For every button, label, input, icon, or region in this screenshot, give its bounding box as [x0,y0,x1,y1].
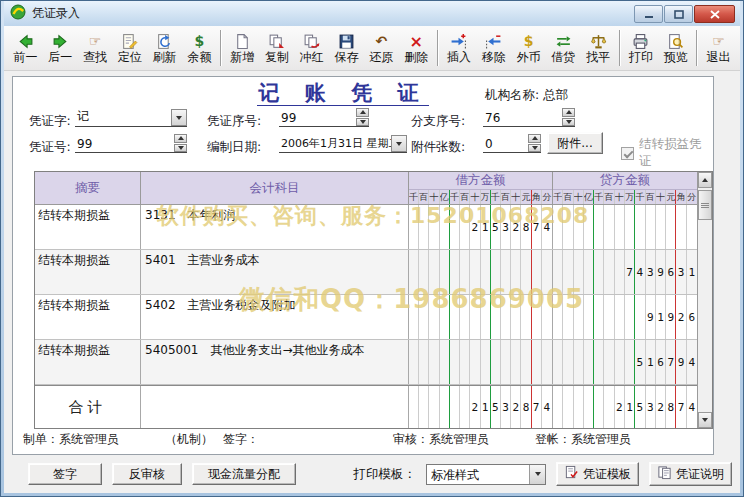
print-template-combo[interactable]: 标准样式 [426,464,546,485]
cell-account[interactable]: 5405001其他业务支出→其他业务成本 [141,340,409,384]
voucher-no-spinner[interactable] [174,134,187,152]
amount-digit-cell [625,205,635,249]
total-credit-amount: 21532874 [553,386,697,428]
digit-column-label: 千 [491,190,501,204]
cell-credit[interactable] [553,205,697,249]
branch-seq-field[interactable]: 76 [483,107,575,127]
toolbar-balance-button[interactable]: $余额 [182,28,217,69]
scroll-up-button[interactable] [698,172,712,188]
table-vscrollbar[interactable] [697,172,712,428]
toolbar-restore-button[interactable]: ↶还原 [364,28,399,69]
cell-summary[interactable]: 结转本期损益 [35,340,141,384]
toolbar-refresh-button[interactable]: 刷新 [147,28,182,69]
toolbar-find-button[interactable]: ☞查找 [78,28,113,69]
attachments-field[interactable]: 0 [483,133,541,153]
maximize-button[interactable] [664,5,693,23]
cell-credit[interactable]: 7439631 [553,250,697,294]
level-icon [590,32,607,50]
toolbar-currency-button[interactable]: $外币 [511,28,546,69]
toolbar-save-button[interactable]: 保存 [329,28,364,69]
cell-credit[interactable]: 516794 [553,340,697,384]
cell-account[interactable]: 5401主营业务成本 [141,250,409,294]
cell-debit[interactable] [409,250,553,294]
amount-digit-cell [574,340,584,384]
digit-column-label: 亿 [440,190,450,204]
cell-account[interactable]: 5402主营业务税金及附加 [141,295,409,339]
cell-summary[interactable]: 结转本期损益 [35,205,141,249]
scroll-down-button[interactable] [698,412,712,428]
new-icon [234,32,251,50]
toolbar-preview-button[interactable]: 预览 [658,28,693,69]
toolbar-next-button[interactable]: 后一 [43,28,78,69]
digit-column-label: 十 [511,190,521,204]
amount-digit-cell [419,205,429,249]
amount-digit-cell [574,250,584,294]
voucher-word-value: 记 [75,108,171,126]
chevron-down-icon[interactable] [529,465,545,484]
preview-icon [667,32,684,50]
toolbar-reverse-button[interactable]: 冲红 [294,28,329,69]
amount-digit-cell [460,295,470,339]
org-name: 机构名称: 总部 [485,87,568,104]
toolbar-locate-button[interactable]: 定位 [112,28,147,69]
exit-icon: ☞ [712,32,725,50]
cell-summary[interactable]: 结转本期损益 [35,295,141,339]
copy-icon [268,32,285,50]
amount-digit-cell [501,250,511,294]
scroll-track[interactable] [698,188,712,412]
toolbar-level-button[interactable]: 找平 [581,28,616,69]
amount-digit-cell [553,386,563,428]
toolbar-delete-button[interactable]: ×删除 [399,28,434,69]
toolbar-debit-credit-button[interactable]: 借贷 [546,28,581,69]
chevron-down-icon[interactable] [171,109,187,126]
app-icon [10,4,26,24]
amount-digit-cell [532,250,542,294]
voucher-seq-field[interactable]: 99 [279,107,369,127]
toolbar-copy-button[interactable]: 复制 [260,28,295,69]
toolbar-remove-button[interactable]: 移除 [476,28,511,69]
branch-seq-spinner[interactable] [562,108,575,126]
unaudit-button[interactable]: 反审核 [112,463,182,485]
voucher-template-button[interactable]: 凭证模板 [556,462,639,486]
voucher-seq-spinner[interactable] [356,108,369,126]
amount-digit-cell [604,295,614,339]
amount-digit-cell [563,295,573,339]
minimize-button[interactable] [634,5,663,23]
voucher-no-value: 99 [75,137,174,152]
attachment-button[interactable]: 附件... [547,132,603,154]
chevron-down-icon[interactable] [391,135,407,152]
attachments-spinner[interactable] [528,134,541,152]
cell-debit[interactable] [409,340,553,384]
sign-button[interactable]: 签字 [28,463,102,485]
toolbar-exit-button[interactable]: ☞退出 [701,28,736,69]
toolbar-new-button[interactable]: 新增 [225,28,260,69]
voucher-word-combo[interactable]: 记 [75,107,187,127]
amount-digit-cell [440,205,450,249]
amount-digit-cell [419,386,429,428]
close-button[interactable] [694,5,735,23]
voucher-note-button[interactable]: 凭证说明 [649,462,732,486]
amount-digit-cell: 6 [687,295,697,339]
cell-debit[interactable] [409,295,553,339]
toolbar-print-button[interactable]: 打印 [624,28,659,69]
amount-digit-cell: 1 [625,386,635,428]
cell-account[interactable]: 3131本年利润 [141,205,409,249]
account-name: 本年利润 [188,208,236,222]
voucher-no-field[interactable]: 99 [75,133,187,153]
table-header: 摘要 会计科目 借方金额 千百十亿千百十万千百十元角分 贷方金额 千百十亿千百十… [35,172,697,205]
credit-column-header: 贷方金额 千百十亿千百十万千百十元角分 [553,172,697,204]
amount-digit-cell [460,250,470,294]
cell-debit[interactable]: 21532874 [409,205,553,249]
cashflow-button[interactable]: 现金流量分配 [192,463,296,485]
cell-summary[interactable]: 结转本期损益 [35,250,141,294]
scroll-thumb[interactable] [698,190,712,220]
digit-column-label: 分 [542,190,552,204]
toolbar-insert-button[interactable]: 插入 [442,28,477,69]
voucher-word-label: 凭证字: [29,113,71,130]
amount-digit-cell [429,205,439,249]
date-combo[interactable]: 2006年1月31日 星期二 [279,133,407,153]
table-row: 结转本期损益5402主营业务税金及附加91926 [35,295,697,340]
toolbar-prev-button[interactable]: 前一 [8,28,43,69]
cell-credit[interactable]: 91926 [553,295,697,339]
loss-carryover-checkbox[interactable]: 结转损益凭证 [621,136,713,170]
